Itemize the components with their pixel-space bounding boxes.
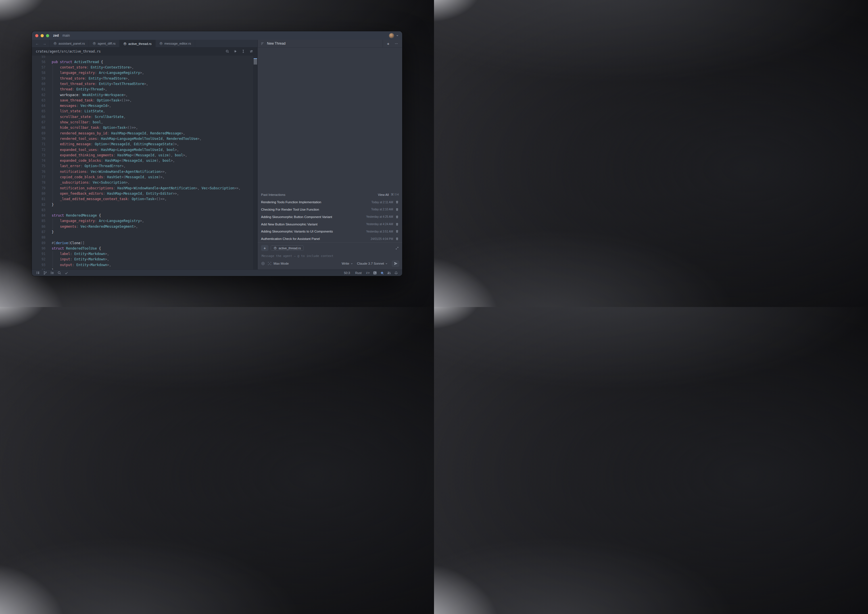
new-thread-plus-button[interactable]: + [387,41,389,46]
code-line: 55 [32,56,253,59]
git-branch-label[interactable]: main [62,34,70,37]
svg-text:R: R [93,42,95,44]
interaction-title: Adding Skeuomorphic Variants to UI Compo… [261,230,333,233]
line-content: hide_scrollbar_task: Option<Task<()>>, [52,125,138,131]
tab-message_editor.rs[interactable]: Rmessage_editor.rs [155,40,195,47]
rust-file-icon: R [274,246,277,250]
line-number: 56 [32,59,45,65]
code-line: 77 copied_code_block_ids: HashSet<(Messa… [32,174,253,180]
max-mode-label[interactable]: Max Mode [274,262,289,265]
line-number: 70 [32,136,45,141]
project-panel-icon[interactable] [34,270,42,276]
past-interaction-row[interactable]: Adding Skeuomorphic Variants to UI Compo… [257,228,402,235]
rust-file-icon: R [93,42,96,45]
line-number: 72 [32,147,45,152]
mode-selector[interactable]: Write [342,262,353,265]
code-line: 64 messages: Vec<MessageId>, [32,103,253,109]
svg-text:z: z [269,263,270,265]
line-number: 55 [32,56,45,59]
agent-panel-header: New Thread + [257,40,402,47]
delete-thread-trash-icon[interactable] [395,230,399,233]
zoom-window-button[interactable] [46,34,49,37]
notifications-bell-icon[interactable] [392,270,400,276]
delete-thread-trash-icon[interactable] [395,208,399,211]
line-content: _load_edited_message_context_task: Optio… [52,196,167,202]
message-input[interactable]: Message the agent – @ to include context [262,254,399,258]
interaction-timestamp: Today at 2:11 AM [371,201,393,204]
code-line: 90struct RenderedToolUse { [32,246,253,251]
terminal-icon[interactable] [371,270,378,276]
line-number: 84 [32,213,45,218]
past-interaction-row[interactable]: Adding Skeuomorphic Button Component Var… [257,213,402,221]
line-content: rendered_messages_by_id: HashMap<Message… [52,131,185,136]
diagnostics-check-icon[interactable] [63,270,70,276]
line-content: #[derive(Clone)] [52,241,85,246]
project-name[interactable]: zed [53,34,59,37]
context-pill[interactable]: R active_thread.rs [271,245,304,251]
editor-scrollbar[interactable] [253,56,257,269]
line-number: 89 [32,241,45,246]
zed-max-mode-icon[interactable]: z [268,261,271,266]
avatar[interactable] [389,33,394,38]
line-content: } [52,268,54,269]
past-interaction-row[interactable]: Rendering Tools Function ImplementationT… [257,198,402,206]
line-content: input: Entity<Markdown>, [52,257,109,262]
line-content: label: Entity<Markdown>, [52,251,109,257]
outline-panel-icon[interactable] [48,270,56,276]
thread-list-icon[interactable] [261,42,264,45]
line-number: 91 [32,251,45,257]
tab-agent_diff.rs[interactable]: Ragent_diff.rs [88,40,119,47]
minimize-window-button[interactable] [40,34,44,37]
delete-thread-trash-icon[interactable] [395,215,399,219]
line-content: list_state: ListState, [52,109,105,114]
cursor-ibeam-icon[interactable] [242,50,245,53]
code-line: 72 expanded_tool_uses: HashMap<LanguageM… [32,147,253,152]
line-number: 60 [32,81,45,87]
expand-editor-icon[interactable] [395,246,399,250]
chevron-down-icon [350,263,353,265]
git-panel-icon[interactable] [42,270,48,276]
past-interaction-row[interactable]: Checking For Render Tool Use FunctionTod… [257,206,402,213]
code-line: 73 expanded_thinking_segments: HashMap<(… [32,152,253,158]
past-interaction-row[interactable]: Authentication Check for Assistant Panel… [257,235,402,242]
burn-mode-circle-icon[interactable] [261,261,265,266]
collaboration-people-icon[interactable] [386,270,392,276]
code-line: 62 workspace: WeakEntity<Workspace>, [32,92,253,98]
inline-assist-sparkle-icon[interactable] [234,50,237,53]
nav-forward-button[interactable]: → [43,42,46,46]
tab-active_thread.rs[interactable]: Ractive_thread.rs [119,40,156,47]
delete-thread-trash-icon[interactable] [395,222,399,226]
breadcrumb[interactable]: crates/agent/src/active_thread.rs [36,50,101,53]
language-selector[interactable]: Rust [352,271,364,275]
past-interaction-row[interactable]: Add New Button Skeuomorphic VariantYeste… [257,221,402,228]
model-selector[interactable]: Claude 3.7 Sonnet [357,262,388,265]
add-context-button[interactable]: + [261,245,268,251]
close-window-button[interactable] [35,34,38,37]
svg-text:R: R [275,247,276,249]
message-composer: + R active_thread.rs Message the agent –… [257,242,402,258]
delete-thread-trash-icon[interactable] [395,201,399,204]
tab-assistant_panel.rs[interactable]: Rassistant_panel.rs [50,40,89,47]
code-line: 89#[derive(Clone)] [32,241,253,246]
delete-thread-trash-icon[interactable] [395,237,399,241]
code-line: 67 show_scrollbar: bool, [32,120,253,125]
line-content: text_thread_store: Entity<TextThreadStor… [52,81,148,87]
search-icon[interactable] [56,270,63,276]
chevron-down-icon[interactable] [396,34,399,37]
buffer-search-icon[interactable] [226,50,229,53]
edit-prediction-z-icon[interactable]: Z [364,270,371,276]
interaction-timestamp: Yesterday at 4:25 AM [366,215,393,218]
editor-settings-sliders-icon[interactable] [250,50,253,53]
tab-label: assistant_panel.rs [59,42,85,45]
code-editor[interactable]: 5556pub struct ActiveThread {57 context_… [32,56,257,269]
view-all-shortcut: ⌘⇧H [391,193,399,196]
more-options-button[interactable] [395,42,398,45]
assistant-sparkle-icon[interactable] [378,270,386,276]
code-line: 61 thread: Entity<Thread>, [32,87,253,92]
view-all-button[interactable]: View All [378,193,389,196]
cursor-position[interactable]: 50:3 [341,271,352,275]
send-message-button[interactable] [392,260,399,267]
scrollbar-thumb[interactable] [254,58,257,65]
nav-back-button[interactable]: ← [35,42,39,46]
line-content: copied_code_block_ids: HashSet<(MessageI… [52,174,164,180]
